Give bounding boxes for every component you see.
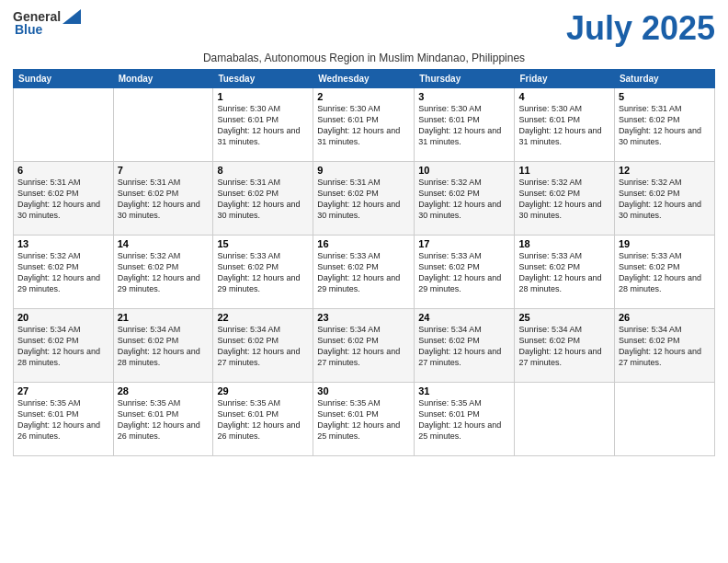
table-row: 8Sunrise: 5:31 AMSunset: 6:02 PMDaylight… <box>213 162 313 236</box>
day-number: 26 <box>619 312 711 323</box>
day-info: Sunrise: 5:35 AMSunset: 6:01 PMDaylight:… <box>418 397 510 442</box>
day-number: 13 <box>17 238 109 249</box>
day-number: 19 <box>619 238 711 249</box>
day-number: 9 <box>317 165 410 176</box>
day-number: 16 <box>317 238 410 249</box>
table-row: 14Sunrise: 5:32 AMSunset: 6:02 PMDayligh… <box>113 236 213 309</box>
calendar-week-row: 27Sunrise: 5:35 AMSunset: 6:01 PMDayligh… <box>14 383 715 456</box>
table-row: 23Sunrise: 5:34 AMSunset: 6:02 PMDayligh… <box>313 309 415 383</box>
day-number: 24 <box>418 312 510 323</box>
table-row: 6Sunrise: 5:31 AMSunset: 6:02 PMDaylight… <box>14 162 114 236</box>
day-info: Sunrise: 5:31 AMSunset: 6:02 PMDaylight:… <box>317 177 410 222</box>
table-row: 21Sunrise: 5:34 AMSunset: 6:02 PMDayligh… <box>113 309 213 383</box>
header: General Blue July 2025 <box>13 9 715 48</box>
col-thursday: Thursday <box>415 70 515 88</box>
table-row <box>14 88 114 162</box>
day-number: 25 <box>518 312 609 323</box>
day-info: Sunrise: 5:34 AMSunset: 6:02 PMDaylight:… <box>518 324 609 369</box>
svg-marker-0 <box>63 9 81 24</box>
table-row: 19Sunrise: 5:33 AMSunset: 6:02 PMDayligh… <box>614 236 714 309</box>
day-number: 11 <box>518 165 609 176</box>
day-number: 5 <box>619 91 711 102</box>
day-number: 15 <box>217 238 309 249</box>
table-row: 20Sunrise: 5:34 AMSunset: 6:02 PMDayligh… <box>14 309 114 383</box>
day-number: 28 <box>118 385 210 396</box>
table-row: 11Sunrise: 5:32 AMSunset: 6:02 PMDayligh… <box>515 162 614 236</box>
table-row <box>113 88 213 162</box>
day-info: Sunrise: 5:30 AMSunset: 6:01 PMDaylight:… <box>418 103 510 148</box>
day-number: 20 <box>17 312 109 323</box>
day-info: Sunrise: 5:35 AMSunset: 6:01 PMDaylight:… <box>317 397 410 442</box>
day-info: Sunrise: 5:32 AMSunset: 6:02 PMDaylight:… <box>418 177 510 222</box>
table-row: 26Sunrise: 5:34 AMSunset: 6:02 PMDayligh… <box>614 309 714 383</box>
day-info: Sunrise: 5:35 AMSunset: 6:01 PMDaylight:… <box>118 397 210 442</box>
day-number: 27 <box>17 385 109 396</box>
day-info: Sunrise: 5:34 AMSunset: 6:02 PMDaylight:… <box>619 324 711 369</box>
table-row: 27Sunrise: 5:35 AMSunset: 6:01 PMDayligh… <box>14 383 114 456</box>
table-row: 22Sunrise: 5:34 AMSunset: 6:02 PMDayligh… <box>213 309 313 383</box>
day-info: Sunrise: 5:32 AMSunset: 6:02 PMDaylight:… <box>17 250 109 295</box>
day-info: Sunrise: 5:34 AMSunset: 6:02 PMDaylight:… <box>217 324 309 369</box>
table-row: 24Sunrise: 5:34 AMSunset: 6:02 PMDayligh… <box>415 309 515 383</box>
day-number: 18 <box>518 238 609 249</box>
day-info: Sunrise: 5:31 AMSunset: 6:02 PMDaylight:… <box>217 177 309 222</box>
table-row: 13Sunrise: 5:32 AMSunset: 6:02 PMDayligh… <box>14 236 114 309</box>
day-info: Sunrise: 5:33 AMSunset: 6:02 PMDaylight:… <box>217 250 309 295</box>
day-number: 6 <box>17 165 109 176</box>
logo-blue: Blue <box>15 22 42 37</box>
table-row: 4Sunrise: 5:30 AMSunset: 6:01 PMDaylight… <box>515 88 614 162</box>
table-row: 25Sunrise: 5:34 AMSunset: 6:02 PMDayligh… <box>515 309 614 383</box>
day-info: Sunrise: 5:31 AMSunset: 6:02 PMDaylight:… <box>619 103 711 148</box>
table-row: 16Sunrise: 5:33 AMSunset: 6:02 PMDayligh… <box>313 236 415 309</box>
day-info: Sunrise: 5:31 AMSunset: 6:02 PMDaylight:… <box>17 177 109 222</box>
col-friday: Friday <box>515 70 614 88</box>
table-row: 17Sunrise: 5:33 AMSunset: 6:02 PMDayligh… <box>415 236 515 309</box>
table-row: 3Sunrise: 5:30 AMSunset: 6:01 PMDaylight… <box>415 88 515 162</box>
calendar-week-row: 13Sunrise: 5:32 AMSunset: 6:02 PMDayligh… <box>14 236 715 309</box>
page: General Blue July 2025 Damabalas, Autono… <box>0 0 728 563</box>
logo: General Blue <box>13 9 81 37</box>
table-row <box>515 383 614 456</box>
day-info: Sunrise: 5:30 AMSunset: 6:01 PMDaylight:… <box>217 103 309 148</box>
col-wednesday: Wednesday <box>313 70 415 88</box>
day-number: 17 <box>418 238 510 249</box>
col-sunday: Sunday <box>14 70 114 88</box>
day-number: 14 <box>118 238 210 249</box>
day-number: 10 <box>418 165 510 176</box>
table-row: 18Sunrise: 5:33 AMSunset: 6:02 PMDayligh… <box>515 236 614 309</box>
calendar-week-row: 6Sunrise: 5:31 AMSunset: 6:02 PMDaylight… <box>14 162 715 236</box>
day-info: Sunrise: 5:33 AMSunset: 6:02 PMDaylight:… <box>317 250 410 295</box>
col-saturday: Saturday <box>614 70 714 88</box>
day-number: 2 <box>317 91 410 102</box>
day-info: Sunrise: 5:34 AMSunset: 6:02 PMDaylight:… <box>317 324 410 369</box>
table-row: 1Sunrise: 5:30 AMSunset: 6:01 PMDaylight… <box>213 88 313 162</box>
table-row: 9Sunrise: 5:31 AMSunset: 6:02 PMDaylight… <box>313 162 415 236</box>
table-row: 7Sunrise: 5:31 AMSunset: 6:02 PMDaylight… <box>113 162 213 236</box>
table-row: 31Sunrise: 5:35 AMSunset: 6:01 PMDayligh… <box>415 383 515 456</box>
table-row: 15Sunrise: 5:33 AMSunset: 6:02 PMDayligh… <box>213 236 313 309</box>
col-tuesday: Tuesday <box>213 70 313 88</box>
table-row: 2Sunrise: 5:30 AMSunset: 6:01 PMDaylight… <box>313 88 415 162</box>
day-info: Sunrise: 5:34 AMSunset: 6:02 PMDaylight:… <box>17 324 109 369</box>
day-info: Sunrise: 5:35 AMSunset: 6:01 PMDaylight:… <box>217 397 309 442</box>
day-number: 3 <box>418 91 510 102</box>
calendar-week-row: 1Sunrise: 5:30 AMSunset: 6:01 PMDaylight… <box>14 88 715 162</box>
day-info: Sunrise: 5:34 AMSunset: 6:02 PMDaylight:… <box>418 324 510 369</box>
day-number: 31 <box>418 385 510 396</box>
day-number: 7 <box>118 165 210 176</box>
day-number: 29 <box>217 385 309 396</box>
day-info: Sunrise: 5:33 AMSunset: 6:02 PMDaylight:… <box>418 250 510 295</box>
table-row: 5Sunrise: 5:31 AMSunset: 6:02 PMDaylight… <box>614 88 714 162</box>
table-row: 10Sunrise: 5:32 AMSunset: 6:02 PMDayligh… <box>415 162 515 236</box>
month-title: July 2025 <box>566 9 715 48</box>
day-info: Sunrise: 5:35 AMSunset: 6:01 PMDaylight:… <box>17 397 109 442</box>
day-info: Sunrise: 5:30 AMSunset: 6:01 PMDaylight:… <box>317 103 410 148</box>
subtitle: Damabalas, Autonomous Region in Muslim M… <box>13 52 715 64</box>
day-number: 30 <box>317 385 410 396</box>
calendar-week-row: 20Sunrise: 5:34 AMSunset: 6:02 PMDayligh… <box>14 309 715 383</box>
day-info: Sunrise: 5:33 AMSunset: 6:02 PMDaylight:… <box>619 250 711 295</box>
table-row: 28Sunrise: 5:35 AMSunset: 6:01 PMDayligh… <box>113 383 213 456</box>
day-info: Sunrise: 5:32 AMSunset: 6:02 PMDaylight:… <box>518 177 609 222</box>
day-number: 12 <box>619 165 711 176</box>
day-info: Sunrise: 5:31 AMSunset: 6:02 PMDaylight:… <box>118 177 210 222</box>
